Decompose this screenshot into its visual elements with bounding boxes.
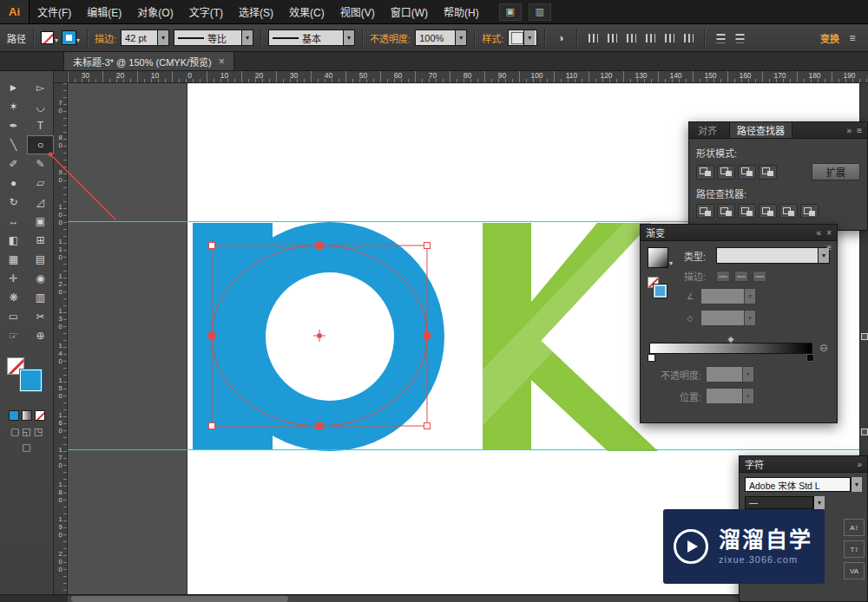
ellipse-tool[interactable]: ○ [27, 135, 54, 154]
chevron-down-icon[interactable]: ▾ [343, 30, 354, 45]
font-style-input[interactable]: — [745, 496, 813, 509]
menu-item[interactable]: 效果(C) [281, 0, 332, 23]
stroke-color-control[interactable]: ▾ [62, 31, 80, 44]
gradient-position-select[interactable]: ▾ [706, 388, 754, 404]
gradient-panel-header[interactable]: 渐变 « × [641, 225, 837, 241]
handle-middle-right[interactable] [424, 333, 431, 339]
zoom-tool[interactable]: ⊕ [27, 326, 54, 345]
minus-front-icon[interactable] [717, 165, 735, 180]
column-graph-tool[interactable]: ▥ [27, 288, 54, 307]
vertical-ruler[interactable]: 708090100110120130140150160170180190200 [54, 83, 68, 594]
chevron-down-icon[interactable]: ▾ [851, 477, 862, 492]
free-transform-tool[interactable]: ▣ [27, 212, 54, 231]
collapsed-panel-icon[interactable] [861, 333, 868, 340]
gradient-opacity-select[interactable]: ▾ [706, 366, 754, 383]
opacity-select[interactable]: 100% ▾ [415, 29, 467, 46]
slice-tool[interactable]: ✂ [27, 307, 54, 326]
stroke-weight-select[interactable]: 42 pt ▾ [121, 29, 169, 46]
draw-normal-icon[interactable]: ▢ [10, 427, 19, 436]
selection-tool[interactable]: ► [0, 78, 27, 97]
draw-behind-icon[interactable]: ◱ [22, 427, 30, 436]
gradient-slider[interactable] [649, 343, 812, 354]
distribute-horizontal-icon[interactable] [712, 29, 729, 47]
style-label[interactable]: 样式: [482, 31, 503, 45]
close-panel-icon[interactable]: × [826, 228, 832, 238]
opacity-label[interactable]: 不透明度: [370, 31, 411, 45]
align-vertical-center-icon[interactable] [661, 29, 678, 47]
font-family-input[interactable]: Adobe 宋体 Std L [745, 477, 851, 492]
stroke-gradient-within-icon[interactable] [716, 271, 730, 282]
outline-icon[interactable] [779, 204, 798, 219]
type-tool[interactable]: T [27, 116, 54, 135]
transform-link[interactable]: 变换 [820, 31, 839, 45]
align-vertical-bottom-icon[interactable] [680, 29, 697, 47]
vertical-scale-control[interactable]: T↕ [844, 540, 865, 558]
menu-item[interactable]: 文字(T) [181, 0, 231, 23]
chevron-down-icon[interactable]: ▾ [669, 259, 673, 267]
document-tab[interactable]: 未标题-3* @ 150% (CMYK/预览) × [63, 51, 234, 70]
pathfinder-panel-header[interactable]: 对齐 路径查找器 » ≡ [689, 122, 867, 139]
menu-item[interactable]: 帮助(H) [436, 0, 487, 23]
divide-icon[interactable] [696, 204, 714, 219]
gradient-midpoint-handle[interactable] [727, 335, 735, 344]
character-panel-header[interactable]: 字符 » [740, 456, 867, 473]
fill-color-control[interactable]: ▾ [41, 31, 58, 44]
gradient-thumbnail[interactable] [648, 247, 668, 268]
menu-item[interactable]: 文件(F) [30, 0, 79, 23]
pencil-tool[interactable]: ✎ [27, 154, 54, 173]
mesh-tool[interactable]: ▦ [0, 250, 27, 269]
gradient-angle-select[interactable]: ▾ [700, 288, 756, 304]
brush-definition-select[interactable]: 基本 ▾ [268, 29, 355, 46]
unite-icon[interactable] [696, 165, 714, 180]
chevron-down-icon[interactable]: ▾ [241, 30, 253, 45]
color-mode-icon[interactable] [9, 410, 19, 421]
handle-middle-left[interactable] [209, 333, 215, 339]
rotate-tool[interactable]: ↻ [0, 193, 27, 212]
scrollbar-thumb[interactable] [71, 596, 288, 602]
leading-control[interactable]: A↕ [844, 519, 865, 536]
chevron-down-icon[interactable]: ▾ [523, 30, 535, 45]
blob-brush-tool[interactable]: ● [0, 173, 27, 193]
eyedropper-tool[interactable]: ✛ [0, 269, 27, 288]
chevron-down-icon[interactable]: ▾ [157, 30, 168, 45]
style-select[interactable]: ▾ [508, 29, 537, 46]
workspace-switcher-icon[interactable]: ▥ [529, 3, 551, 21]
symbol-sprayer-tool[interactable]: ❋ [0, 288, 27, 307]
align-horizontal-right-icon[interactable] [622, 29, 640, 47]
delete-stop-icon[interactable]: ⊖ [819, 342, 828, 354]
panel-menu-icon[interactable]: ≡ [844, 29, 861, 47]
paintbrush-tool[interactable]: ✐ [0, 154, 27, 173]
panel-menu-icon[interactable]: ≡ [826, 243, 832, 252]
gradient-type-select[interactable]: ▾ [716, 247, 830, 264]
stroke-target-swatch[interactable] [654, 285, 667, 298]
handle-top-left[interactable] [209, 243, 215, 249]
none-mode-icon[interactable] [35, 410, 45, 421]
align-vertical-top-icon[interactable] [641, 29, 659, 47]
handle-bottom-left[interactable] [209, 423, 215, 429]
fill-none-swatch[interactable] [41, 31, 54, 44]
hand-tool[interactable]: ☞ [0, 326, 27, 345]
menu-item[interactable]: 选择(S) [231, 0, 281, 23]
stroke-swatch-blue[interactable] [19, 369, 43, 392]
app-logo[interactable]: Ai [0, 0, 30, 23]
recolor-artwork-icon[interactable]: ◑ [552, 29, 569, 47]
stroke-label[interactable]: 描边: [95, 31, 116, 45]
panel-menu-icon[interactable]: ≡ [857, 126, 862, 135]
pen-tool[interactable]: ✒ [0, 116, 27, 135]
minimize-panel-icon[interactable]: « [817, 228, 822, 238]
width-tool[interactable]: ↔ [0, 212, 27, 231]
handle-bottom-right[interactable] [424, 423, 431, 429]
magic-wand-tool[interactable]: ✶ [0, 97, 27, 116]
draw-inside-icon[interactable]: ◳ [34, 427, 43, 436]
handle-top-center[interactable] [317, 243, 323, 249]
gradient-aspect-select[interactable]: ▾ [700, 310, 756, 326]
expand-button[interactable]: 扩展 [812, 163, 860, 180]
shape-builder-tool[interactable]: ◧ [0, 231, 27, 250]
collapse-panel-icon[interactable]: » [847, 126, 852, 135]
stroke-gradient-across-icon[interactable] [753, 271, 766, 282]
close-tab-icon[interactable]: × [219, 56, 225, 68]
menu-item[interactable]: 对象(O) [129, 0, 181, 23]
align-horizontal-left-icon[interactable] [584, 29, 602, 47]
gradient-tool[interactable]: ▤ [27, 250, 54, 269]
menu-item[interactable]: 窗口(W) [383, 0, 436, 23]
